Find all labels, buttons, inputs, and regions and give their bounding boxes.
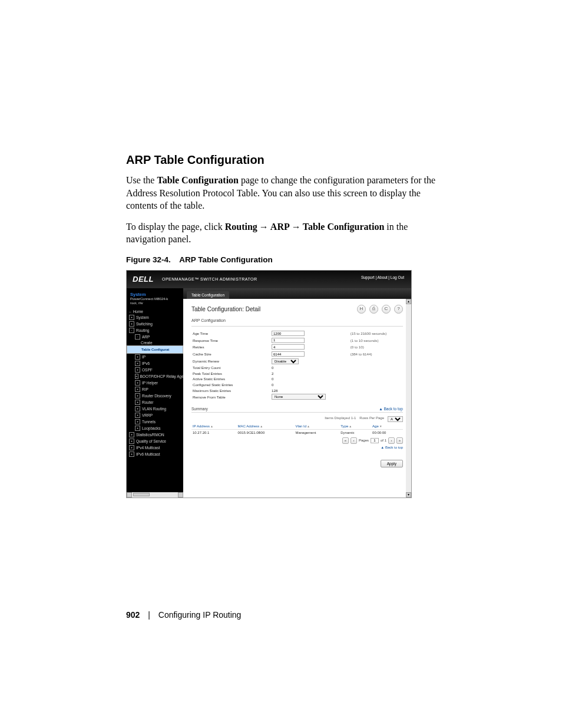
nav-item[interactable]: +OSPF [127, 367, 183, 373]
tab-bar: Table Configuration [183, 288, 411, 299]
expand-icon[interactable]: + [135, 400, 140, 405]
scroll-track[interactable] [132, 492, 178, 498]
page-prev-icon[interactable]: ‹ [351, 437, 357, 444]
expand-icon[interactable]: + [135, 361, 140, 366]
expand-icon[interactable]: + [135, 406, 140, 411]
config-hint [349, 393, 403, 401]
nav-item[interactable]: +IPv6 Multicast [127, 451, 183, 457]
config-input[interactable] [272, 338, 305, 343]
tab-table-configuration[interactable]: Table Configuration [187, 291, 229, 299]
refresh-icon[interactable]: C [382, 305, 391, 314]
rows-per-page-select[interactable]: All [388, 416, 403, 422]
intro-paragraph-2: To display the page, click Routing→ARP→T… [126, 220, 438, 246]
sidebar-hscroll[interactable]: ‹ › [127, 492, 183, 498]
scroll-down-icon[interactable]: ▾ [406, 492, 411, 498]
nav-item[interactable]: +Router [127, 399, 183, 406]
col-ip[interactable]: IP Address▲ [191, 423, 237, 430]
figure-title: ARP Table Configuration [179, 255, 273, 264]
nav-item[interactable]: +Switching [127, 321, 183, 327]
expand-icon[interactable]: + [129, 315, 134, 320]
apply-button[interactable]: Apply [381, 460, 403, 467]
scroll-thumb[interactable] [133, 493, 150, 496]
col-vlan[interactable]: Vlan Id▲ [294, 423, 339, 430]
header-links[interactable]: Support | About | Log Out [361, 275, 404, 279]
page-last-icon[interactable]: » [396, 437, 403, 444]
scroll-up-icon[interactable]: ▴ [406, 299, 411, 304]
nav-item[interactable]: +RIP [127, 386, 183, 393]
nav-item[interactable]: +Tunnels [127, 419, 183, 425]
expand-icon[interactable]: + [129, 452, 134, 457]
expand-icon[interactable]: + [135, 393, 140, 398]
back-to-top-link[interactable]: ▲ Back to top [379, 407, 403, 411]
p1-a: Use the [126, 175, 157, 185]
nav-item[interactable]: -ARP [127, 334, 183, 340]
expand-icon[interactable]: + [135, 419, 140, 424]
expand-icon[interactable]: + [135, 367, 140, 373]
nav-item[interactable]: Table Configurat [127, 345, 183, 354]
page-next-icon[interactable]: › [388, 437, 395, 444]
nav-item[interactable]: +BOOTP/DHCP Relay Age [127, 373, 183, 380]
intro-paragraph-1: Use the Table Configuration page to chan… [126, 174, 438, 212]
nav-item[interactable]: Create [127, 340, 183, 345]
scroll-left-icon[interactable]: ‹ [127, 492, 132, 498]
config-label: Cache Size [191, 351, 270, 358]
nav-item[interactable]: -Routing [127, 327, 183, 334]
config-input[interactable] [272, 351, 305, 357]
p2-a: To display the page, click [126, 222, 225, 232]
expand-icon[interactable]: + [135, 426, 140, 431]
back-to-top-text: Back to top [385, 446, 403, 449]
nav-item[interactable]: +VLAN Routing [127, 406, 183, 412]
col-age[interactable]: Age▼ [371, 423, 403, 430]
expand-icon[interactable]: + [129, 432, 134, 437]
save-icon[interactable]: H [357, 305, 366, 314]
nav-item[interactable]: +Statistics/RMON [127, 431, 183, 438]
nav-item[interactable]: Home [127, 309, 183, 314]
nav-item[interactable]: +VRRP [127, 412, 183, 419]
expand-icon[interactable]: - [129, 328, 134, 333]
scroll-right-icon[interactable]: › [178, 492, 183, 498]
expand-icon[interactable]: + [135, 413, 140, 418]
nav-item-label: IP [142, 355, 146, 359]
nav-item[interactable]: +Loopbacks [127, 425, 183, 431]
config-hint: (15 to 21600 seconds) [349, 330, 403, 337]
config-select[interactable]: None [272, 394, 326, 400]
expand-icon[interactable]: + [135, 387, 140, 392]
nav-item[interactable]: +Router Discovery [127, 393, 183, 399]
nav-item[interactable]: +IP Helper [127, 380, 183, 386]
p2-b: Routing [225, 222, 257, 232]
expand-icon[interactable]: + [129, 445, 134, 450]
nav-item-label: Statistics/RMON [136, 433, 164, 437]
config-input[interactable] [272, 331, 305, 336]
help-icon[interactable]: ? [394, 305, 403, 314]
nav-item[interactable]: +System [127, 314, 183, 321]
config-hint [349, 387, 403, 393]
nav-item-label: IP Helper [142, 381, 158, 385]
expand-icon[interactable]: + [129, 321, 134, 327]
expand-icon[interactable]: - [135, 334, 140, 340]
back-to-top-link[interactable]: ▲ Back to top [381, 446, 403, 449]
expand-icon[interactable]: + [135, 374, 138, 379]
print-icon[interactable]: ⎙ [369, 305, 378, 314]
expand-icon[interactable]: + [135, 380, 140, 386]
expand-icon[interactable]: + [129, 439, 134, 444]
config-select[interactable]: Disable [272, 358, 299, 364]
config-value [270, 351, 349, 358]
nav-item[interactable]: +IPv4 Multicast [127, 444, 183, 451]
expand-icon[interactable]: + [135, 354, 140, 360]
col-mac[interactable]: MAC Address▲ [237, 423, 295, 430]
config-input[interactable] [272, 344, 305, 350]
page-input[interactable] [371, 438, 379, 443]
nav-item-label: Routing [136, 328, 149, 332]
main-vscroll[interactable]: ▴ ▾ [406, 299, 411, 498]
pages-label: Pages [359, 439, 369, 442]
nav-item-label: VLAN Routing [142, 407, 166, 411]
col-type[interactable]: Type▲ [339, 423, 371, 430]
config-label: Age Time [191, 330, 270, 337]
config-label: Peak Total Entries [191, 371, 270, 377]
nav-item[interactable]: +Quality of Service [127, 438, 183, 444]
nav-item[interactable]: +IPv6 [127, 360, 183, 367]
nav-item[interactable]: +IP [127, 354, 183, 360]
page-first-icon[interactable]: « [342, 437, 349, 444]
nav-tree: Home+System+Switching-Routing-ARPCreateT… [127, 309, 183, 457]
nav-item-label: IPv6 [142, 361, 150, 365]
